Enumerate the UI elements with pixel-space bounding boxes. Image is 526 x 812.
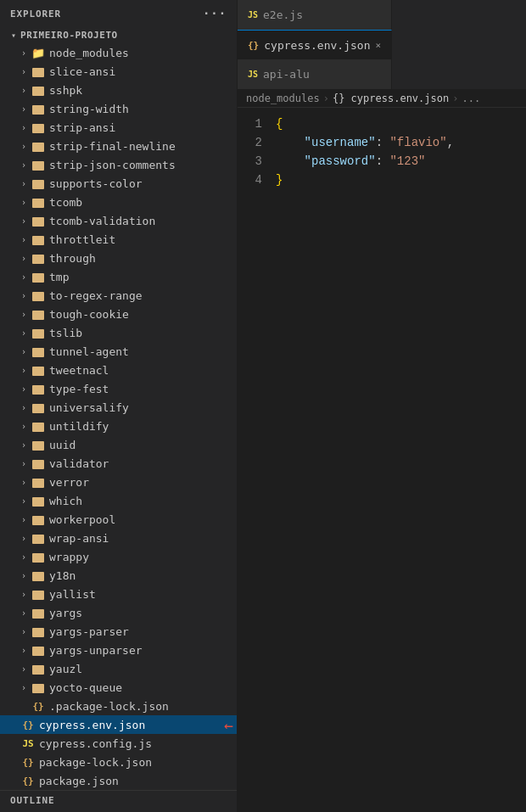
code-line: { xyxy=(276,115,519,133)
folder-chevron: › xyxy=(17,347,31,356)
outline-section[interactable]: Outline xyxy=(0,790,237,810)
root-chevron: ▾ xyxy=(7,31,20,40)
folder-icon xyxy=(31,67,46,76)
list-item[interactable]: ›verror xyxy=(0,473,237,491)
list-item[interactable]: ›tslib xyxy=(0,323,237,342)
node-modules-chevron: › xyxy=(17,48,31,58)
folder-icon xyxy=(31,160,46,170)
js-icon: JS xyxy=(20,738,36,749)
tree-item-label: strip-ansi xyxy=(49,121,237,134)
list-item[interactable]: ›universalify xyxy=(0,398,237,417)
list-item[interactable]: ›strip-json-comments xyxy=(0,155,237,174)
list-item[interactable]: ›uuid xyxy=(0,435,237,454)
list-item[interactable]: {}cypress.env.json← xyxy=(0,715,237,734)
list-item[interactable]: ›to-regex-range xyxy=(0,286,237,305)
folder-chevron: › xyxy=(17,590,31,599)
folder-chevron: › xyxy=(17,608,31,618)
tree-item-label: package.json xyxy=(39,775,237,787)
folder-chevron: › xyxy=(17,403,31,412)
folder-chevron: › xyxy=(17,67,31,76)
tree-item-label: uuid xyxy=(49,439,237,451)
folder-icon xyxy=(31,254,46,263)
more-icon[interactable]: ··· xyxy=(203,7,227,20)
root-folder[interactable]: ▾ PRIMEIRO-PROJETO xyxy=(0,27,237,43)
list-item[interactable]: ›yauzl xyxy=(0,659,237,678)
folder-icon: 📁 xyxy=(31,47,46,59)
tab-label: cypress.env.json xyxy=(264,39,370,52)
list-item[interactable]: ›sshpk xyxy=(0,81,237,99)
list-item[interactable]: ›yallist xyxy=(0,585,237,603)
list-item[interactable]: ›tough-cookie xyxy=(0,305,237,323)
file-tree: ▾ PRIMEIRO-PROJETO › 📁 node_modules ›sli… xyxy=(0,27,237,812)
folder-chevron: › xyxy=(17,272,31,282)
list-item[interactable]: {}package-lock.json xyxy=(0,753,237,771)
list-item[interactable]: ›tmp xyxy=(0,267,237,286)
list-item[interactable]: ›string-width xyxy=(0,99,237,118)
code-editor[interactable]: 1234 { "username": "flavio", "password":… xyxy=(238,108,526,812)
tree-item-label: universalify xyxy=(49,401,237,414)
sidebar-item-node-modules[interactable]: › 📁 node_modules xyxy=(0,43,237,62)
list-item[interactable]: ›strip-ansi xyxy=(0,118,237,137)
list-item[interactable]: ›which xyxy=(0,491,237,510)
folder-icon xyxy=(31,552,46,562)
folder-chevron: › xyxy=(17,646,31,655)
tree-item-label: throttleit xyxy=(49,233,237,246)
list-item[interactable]: ›wrap-ansi xyxy=(0,529,237,547)
tree-item-label: tunnel-agent xyxy=(49,345,237,358)
list-item[interactable]: ›wrappy xyxy=(0,547,237,566)
list-item[interactable]: ›through xyxy=(0,249,237,267)
folder-chevron: › xyxy=(17,664,31,674)
folder-chevron: › xyxy=(17,366,31,375)
list-item[interactable]: ›yocto-queue xyxy=(0,678,237,697)
tab-api-alu[interactable]: JSapi-alu xyxy=(238,59,392,89)
tab-cypress-env-json[interactable]: {}cypress.env.json× xyxy=(238,30,392,59)
folder-chevron: › xyxy=(17,440,31,450)
tab-json-icon: {} xyxy=(248,40,259,51)
tree-item-label: cypress.env.json xyxy=(39,719,237,731)
list-item[interactable]: {}package.json xyxy=(0,771,237,790)
folder-chevron: › xyxy=(17,515,31,524)
list-item[interactable]: ›type-fest xyxy=(0,379,237,398)
list-item[interactable]: ›tcomb-validation xyxy=(0,211,237,230)
breadcrumb-sep-1: › xyxy=(323,92,329,104)
tree-item-label: tslib xyxy=(49,327,237,339)
list-item[interactable]: ›tcomb xyxy=(0,193,237,211)
tree-item-label: validator xyxy=(49,457,237,470)
list-item[interactable]: ›yargs-unparser xyxy=(0,641,237,659)
folder-icon xyxy=(31,384,46,394)
list-item[interactable]: ›tweetnacl xyxy=(0,361,237,379)
code-line: "username": "flavio", xyxy=(276,133,519,152)
folder-chevron: › xyxy=(17,534,31,543)
line-numbers: 1234 xyxy=(238,115,276,805)
list-item[interactable]: ›yargs-parser xyxy=(0,622,237,641)
folder-icon xyxy=(31,627,46,636)
list-item[interactable]: ›yargs xyxy=(0,603,237,622)
folder-icon xyxy=(31,590,46,599)
list-item[interactable]: ›tunnel-agent xyxy=(0,342,237,361)
list-item[interactable]: ›validator xyxy=(0,454,237,473)
list-item[interactable]: ›y18n xyxy=(0,566,237,585)
list-item[interactable]: JScypress.config.js xyxy=(0,734,237,753)
list-item[interactable]: ›throttleit xyxy=(0,230,237,249)
breadcrumb: node_modules › {} cypress.env.json › ... xyxy=(238,90,526,108)
tree-item-label: wrap-ansi xyxy=(49,532,237,545)
json-icon: {} xyxy=(20,720,36,731)
breadcrumb-part-1: node_modules xyxy=(246,92,320,104)
tree-item-label: tweetnacl xyxy=(49,364,237,377)
folder-chevron: › xyxy=(17,459,31,468)
folder-icon xyxy=(31,86,46,95)
folder-chevron: › xyxy=(17,384,31,394)
tab-e2e-js[interactable]: JSe2e.js xyxy=(238,0,392,30)
list-item[interactable]: ›supports-color xyxy=(0,174,237,193)
list-item[interactable]: {}.package-lock.json xyxy=(0,697,237,715)
outline-label: Outline xyxy=(10,795,55,806)
list-item[interactable]: ›untildify xyxy=(0,417,237,435)
tree-item-label: slice-ansi xyxy=(49,65,237,78)
list-item[interactable]: ›workerpool xyxy=(0,510,237,529)
tab-close-button[interactable]: × xyxy=(375,40,381,51)
list-item[interactable]: ›strip-final-newline xyxy=(0,137,237,155)
list-item[interactable]: ›slice-ansi xyxy=(0,62,237,81)
folder-chevron: › xyxy=(17,627,31,636)
folder-icon xyxy=(31,123,46,132)
folder-chevron: › xyxy=(17,86,31,95)
